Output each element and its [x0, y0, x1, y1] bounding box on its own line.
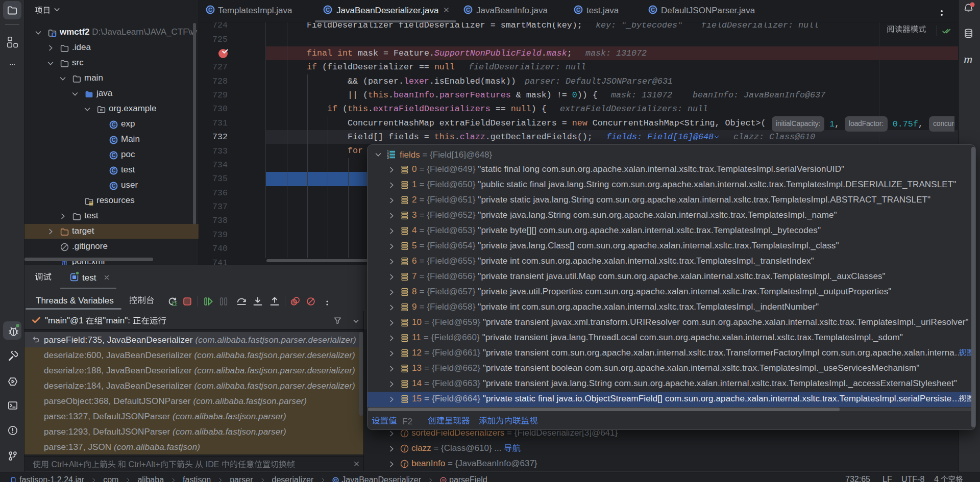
svg-text:f: f: [404, 446, 406, 451]
svg-text:C: C: [466, 7, 470, 13]
svg-text:C: C: [326, 7, 330, 13]
svg-text:C: C: [651, 7, 655, 13]
svg-text:C: C: [112, 137, 116, 143]
svg-text:C: C: [208, 7, 212, 13]
svg-text:C: C: [112, 183, 116, 189]
svg-text:C: C: [112, 121, 116, 128]
svg-text:3: 3: [387, 156, 389, 159]
svg-text:f: f: [404, 461, 406, 467]
svg-text:f: f: [404, 430, 406, 436]
svg-text:C: C: [112, 167, 116, 173]
svg-text:m: m: [442, 477, 445, 482]
svg-text:C: C: [334, 478, 337, 482]
svg-text:C: C: [112, 152, 116, 158]
svg-text:C: C: [576, 7, 580, 13]
